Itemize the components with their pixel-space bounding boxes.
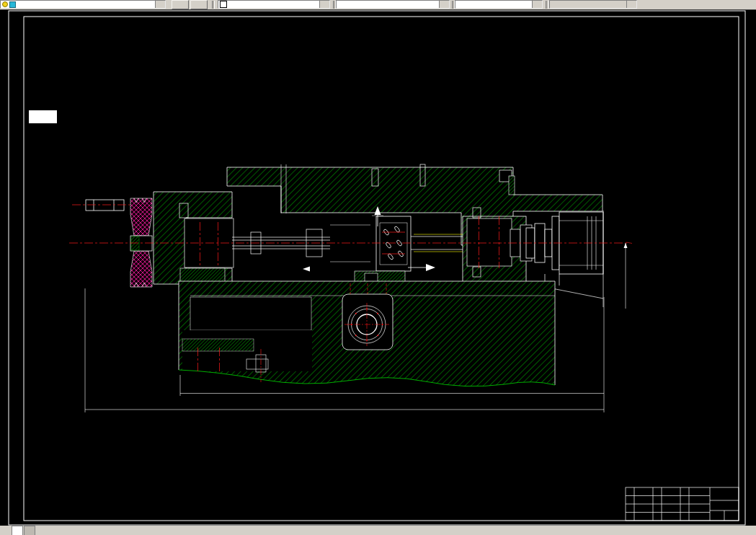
- tab-layout1[interactable]: [24, 526, 35, 535]
- layer-previous-button[interactable]: [190, 0, 208, 9]
- right-bearing-housing: [463, 208, 532, 287]
- drawing-canvas[interactable]: [0, 0, 756, 535]
- layer-on-icon: [2, 1, 8, 7]
- chevron-down-icon[interactable]: [439, 1, 449, 8]
- layout-tab-bar: [0, 526, 756, 535]
- chevron-down-icon[interactable]: [532, 1, 542, 8]
- tab-model[interactable]: [12, 526, 23, 535]
- cad-application-window: [0, 0, 756, 535]
- chevron-down-icon: [626, 1, 636, 8]
- chevron-down-icon[interactable]: [155, 1, 165, 8]
- color-combo[interactable]: [218, 0, 330, 9]
- make-object-layer-current-button[interactable]: [172, 0, 189, 9]
- layer-combo[interactable]: [0, 0, 166, 9]
- chevron-down-icon[interactable]: [319, 1, 329, 8]
- color-swatch-icon: [220, 1, 227, 8]
- lineweight-combo[interactable]: [455, 0, 543, 9]
- blank-label-box: [29, 110, 57, 123]
- linetype-combo[interactable]: [336, 0, 450, 9]
- belt-pulley: [130, 198, 152, 287]
- properties-toolbar: [0, 0, 756, 10]
- plotstyle-combo: [549, 0, 637, 9]
- toolbar-separator: [546, 1, 548, 9]
- toolbar-separator: [212, 1, 215, 9]
- layer-color-swatch-icon: [9, 1, 16, 8]
